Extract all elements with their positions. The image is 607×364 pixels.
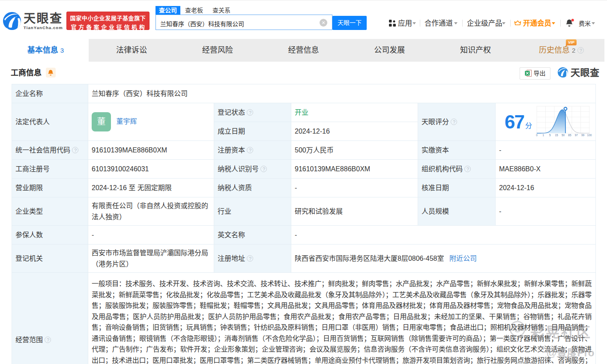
svg-text:99: 99: [581, 134, 585, 137]
svg-text:15: 15: [555, 134, 558, 137]
svg-text:1: 1: [543, 134, 544, 137]
svg-text:85: 85: [568, 134, 571, 137]
svg-text:100: 100: [587, 134, 592, 137]
svg-text:5: 5: [549, 134, 551, 137]
svg-text:97: 97: [575, 134, 578, 137]
svg-text:0: 0: [536, 134, 538, 137]
svg-text:50: 50: [562, 134, 565, 137]
